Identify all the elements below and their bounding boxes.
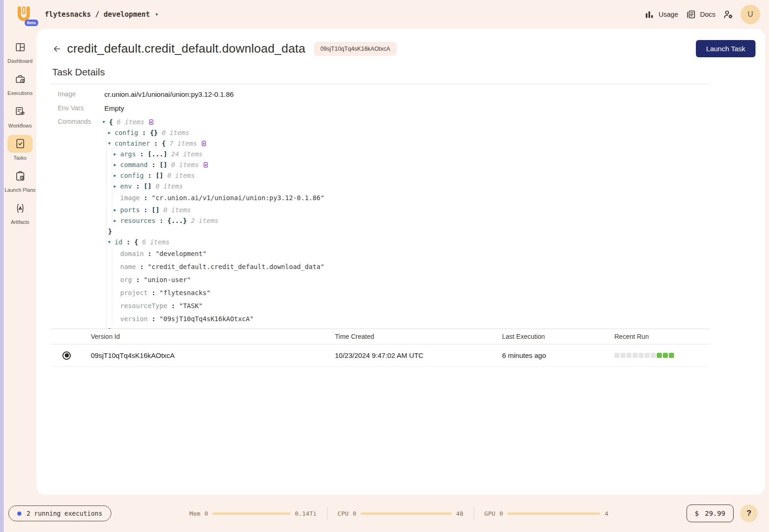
recent-run-cell[interactable]	[633, 353, 638, 358]
copy-icon[interactable]	[202, 162, 209, 168]
gauge-divider	[474, 506, 474, 520]
sidebar-item-workflows[interactable]: Workflows	[4, 103, 36, 129]
expand-icon[interactable]: ▶	[114, 208, 120, 212]
sidebar-item-label: Tasks	[14, 155, 27, 161]
docs-button[interactable]: Docs	[686, 9, 715, 20]
help-icon: ?	[747, 509, 751, 518]
tree-indent-guide	[112, 260, 112, 273]
expand-icon[interactable]: ▶	[114, 218, 120, 223]
json-tree-row: ▼{ 6 items	[102, 116, 709, 127]
launch-task-button[interactable]: Launch Task	[696, 40, 755, 57]
json-tree-row: }	[102, 325, 709, 329]
gauge-capacity-value: 4	[605, 510, 608, 517]
sidebar-item-dashboard[interactable]: Dashboard	[4, 38, 36, 64]
recent-run-cell[interactable]	[639, 353, 644, 358]
dashboard-icon	[7, 38, 33, 56]
tree-indent-guide	[112, 148, 112, 159]
sidebar-item-label: Workflows	[8, 122, 32, 129]
json-colon: :	[132, 276, 143, 283]
last-execution-cell: 6 minutes ago	[502, 351, 614, 359]
gauge-label: CPU	[338, 510, 348, 517]
json-colon: :	[140, 194, 151, 202]
versions-table-header: Version Id Time Created Last Execution R…	[51, 329, 709, 344]
expand-icon[interactable]: ▶	[108, 130, 115, 135]
launch-plans-icon	[7, 167, 33, 185]
json-colon: :	[167, 302, 179, 310]
column-version-id: Version Id	[91, 333, 335, 340]
gauge-used-value: 0	[499, 510, 503, 517]
json-colon: :	[132, 182, 143, 190]
tree-indent-guide	[112, 286, 112, 299]
json-tree-row: ▶env : [] 0 items	[102, 181, 709, 191]
json-colon: :	[148, 161, 159, 168]
json-string-value: "TASK"	[179, 302, 203, 310]
tree-indent-guide	[106, 170, 107, 181]
recent-run-cell[interactable]	[626, 353, 632, 358]
cost-button[interactable]: $ 29.99	[687, 505, 734, 522]
sidebar-item-executions[interactable]: Executions	[4, 70, 36, 96]
recent-run-cell[interactable]	[669, 353, 674, 358]
recent-run-cell[interactable]	[645, 353, 650, 358]
collapse-icon[interactable]: ▼	[102, 120, 109, 124]
json-item-count: 0 items	[167, 161, 198, 168]
collapse-icon[interactable]: ▼	[108, 141, 115, 146]
tree-indent-guide	[106, 247, 107, 260]
task-title-row: credit_default.credit_default.download_d…	[36, 29, 765, 58]
sidebar-item-label: Artifacts	[11, 219, 29, 225]
version-radio-selected[interactable]	[62, 351, 71, 360]
json-item-count: 6 items	[113, 118, 144, 126]
sidebar-item-tasks[interactable]: Tasks	[4, 135, 36, 161]
tree-indent-guide	[106, 273, 107, 286]
tree-indent-guide	[112, 312, 112, 325]
sidebar-item-artifacts[interactable]: Artifacts	[4, 199, 36, 225]
json-key: resources	[120, 217, 156, 224]
tree-indent-guide	[106, 127, 107, 138]
docs-icon	[686, 9, 696, 20]
json-brace: {	[109, 118, 113, 126]
recent-run-cells	[614, 353, 709, 358]
json-brace: {	[162, 140, 165, 147]
tree-indent-guide	[112, 299, 112, 312]
task-details-panel: Task Details Image cr.union.ai/v1/uniona…	[36, 58, 765, 495]
union-logo[interactable]: Beta	[14, 5, 34, 24]
avatar[interactable]: U	[741, 5, 760, 24]
copy-icon[interactable]	[148, 119, 154, 125]
docs-label: Docs	[700, 11, 715, 18]
tree-indent-guide	[106, 148, 107, 159]
collapse-icon[interactable]: ▼	[108, 240, 115, 244]
project-domain-breadcrumb[interactable]: flytesnacks / development ▼	[45, 10, 158, 19]
recent-run-cell[interactable]	[651, 353, 656, 358]
recent-run-cell[interactable]	[663, 353, 668, 358]
topbar-actions: Usage Docs U	[644, 5, 760, 24]
json-item-count: 2 items	[187, 217, 218, 224]
json-key: container	[115, 140, 150, 147]
mem-gauge: Mem00.14Ti	[190, 510, 317, 517]
json-key: version	[120, 315, 148, 323]
version-table-row[interactable]: 09sjT10qTq4sK16kAOtxcA 10/23/2024 9:47:0…	[51, 344, 709, 367]
copy-icon[interactable]	[200, 140, 207, 147]
usage-button[interactable]: Usage	[644, 9, 678, 20]
expand-icon[interactable]: ▶	[114, 184, 120, 189]
sidebar-item-launch-plans[interactable]: Launch Plans	[4, 167, 36, 193]
json-brace: {	[134, 238, 138, 246]
env-vars-label: Env Vars	[51, 104, 104, 112]
help-button[interactable]: ?	[740, 505, 758, 522]
back-button[interactable]	[50, 42, 63, 55]
json-brace: }	[108, 327, 112, 329]
resource-gauges: Mem00.14TiCPU048GPU04	[190, 506, 608, 520]
gauge-divider	[327, 506, 327, 520]
recent-run-cell[interactable]	[657, 353, 662, 358]
expand-icon[interactable]: ▶	[114, 162, 120, 167]
recent-run-cell[interactable]	[620, 353, 626, 358]
json-colon: :	[136, 150, 148, 158]
json-tree-row: ▶command : [] 0 items	[102, 159, 709, 170]
gauge-capacity-value: 0.14Ti	[295, 510, 317, 517]
recent-run-cell[interactable]	[614, 353, 619, 358]
expand-icon[interactable]: ▶	[114, 173, 120, 178]
main-card: credit_default.credit_default.download_d…	[36, 29, 765, 495]
user-settings-button[interactable]	[723, 9, 733, 20]
running-executions-pill[interactable]: 2 running executions	[8, 505, 111, 521]
tree-indent-guide	[106, 138, 107, 148]
tree-indent-guide	[106, 159, 107, 170]
expand-icon[interactable]: ▶	[114, 152, 120, 156]
